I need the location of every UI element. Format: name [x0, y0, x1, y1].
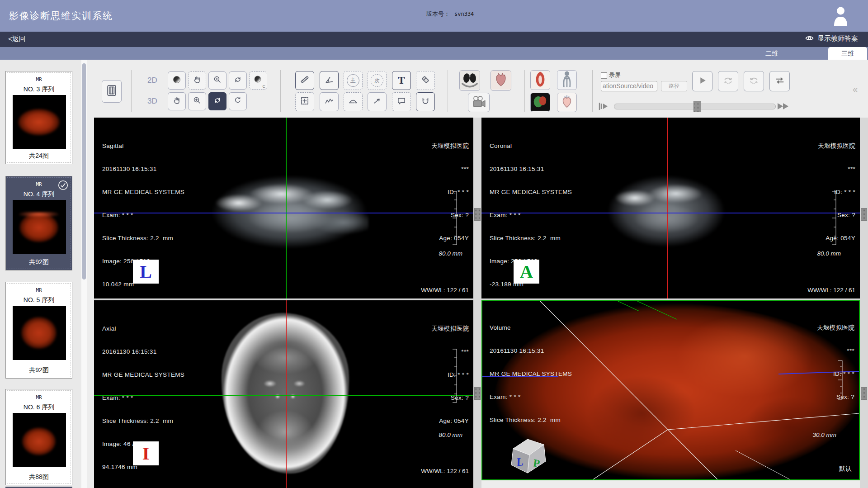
- path-button[interactable]: 路径: [661, 81, 687, 91]
- angle-tool-button[interactable]: [320, 71, 339, 90]
- arrow-icon: [372, 96, 382, 108]
- back-button[interactable]: <返回: [8, 35, 26, 43]
- tab-3d[interactable]: 三维: [828, 47, 867, 60]
- right-scroll-grip[interactable]: [861, 387, 867, 400]
- splitter-grip[interactable]: [474, 208, 481, 221]
- vertical-splitter[interactable]: [473, 118, 481, 488]
- marker-main-button[interactable]: 主: [344, 71, 363, 90]
- patient-age: Age: 054Y: [818, 234, 855, 242]
- scale-ruler: [831, 191, 836, 247]
- larynx-view-button[interactable]: [530, 70, 550, 90]
- series-card-3[interactable]: MR NO. 3 序列 共24图: [5, 71, 72, 164]
- arrow-tool-button[interactable]: [368, 92, 387, 111]
- tab-2d[interactable]: 二维: [752, 47, 791, 60]
- rotate-2d-button[interactable]: [229, 71, 247, 90]
- text-tool-button[interactable]: T: [392, 71, 411, 90]
- loop-forward-icon: [723, 76, 734, 87]
- wwwl-2d-button[interactable]: [168, 71, 186, 90]
- hospital-name: 天堰模拟医院: [431, 325, 469, 332]
- crosshair-tool-button[interactable]: [295, 92, 314, 111]
- scale-label: 80.0 mm: [817, 250, 841, 257]
- crosshair-box-icon: [300, 96, 310, 108]
- pan-3d-button[interactable]: [168, 92, 186, 110]
- video-path-input[interactable]: ationSource/video: [601, 81, 657, 91]
- splitter-grip[interactable]: [474, 387, 481, 400]
- slice-thickness: Slice Thickness: 2.2 mm: [102, 234, 184, 242]
- window-level-reset-icon: [254, 75, 263, 86]
- zoom-2d-button[interactable]: [208, 71, 226, 90]
- crosshair-vertical-green[interactable]: [286, 118, 287, 298]
- overlay-study-info: Volume 20161130 16:15:31 MR GE MEDICAL S…: [490, 308, 572, 439]
- orientation-cube[interactable]: L P: [509, 436, 548, 477]
- viewport-sagittal[interactable]: Sagittal 20161130 16:15:31 MR GE MEDICAL…: [94, 118, 473, 298]
- annotation-tool-button[interactable]: [392, 92, 411, 111]
- patient-id: ID: * * *: [431, 371, 469, 379]
- loop-forward-button[interactable]: [718, 71, 738, 91]
- play-button[interactable]: [692, 71, 712, 91]
- viewport-axial[interactable]: Axial 20161130 16:15:31 MR GE MEDICAL SY…: [94, 300, 473, 488]
- cobb-angle-button[interactable]: [416, 92, 435, 111]
- hospital-name: 天堰模拟医院: [817, 324, 854, 332]
- record-checkbox[interactable]: [601, 72, 607, 79]
- zoom-3d-button[interactable]: [188, 92, 206, 110]
- show-teacher-answer-button[interactable]: 显示教师答案: [805, 34, 858, 43]
- rotate-arrows-icon: [233, 75, 242, 86]
- sidebar-scrollbar-thumb[interactable]: [82, 63, 86, 280]
- rotate-3d-button-selected[interactable]: [208, 92, 226, 110]
- eye-icon: [805, 35, 814, 43]
- ruler-tool-button[interactable]: [295, 71, 314, 90]
- wwwl-reset-button[interactable]: C: [249, 71, 267, 90]
- eraser-icon: [420, 75, 430, 86]
- collapse-toolbar-chevron[interactable]: «: [853, 84, 858, 95]
- crosshair-vertical-red[interactable]: [667, 118, 668, 298]
- heart-3d-button[interactable]: [557, 93, 577, 112]
- eraser-button[interactable]: [416, 71, 435, 90]
- heart-view-button[interactable]: [491, 70, 511, 91]
- organ-3d-button[interactable]: [530, 93, 550, 112]
- pan-2d-button[interactable]: [188, 71, 206, 90]
- series-card-6[interactable]: MR NO. 6 序列 共88图: [5, 389, 72, 485]
- text-tool-icon: T: [398, 75, 405, 86]
- right-scroll-strip[interactable]: [860, 118, 868, 488]
- marker-secondary-button[interactable]: 次: [368, 71, 387, 90]
- overlay-patient-info: 天堰模拟医院 *** ID: * * * Sex: ? Age: 054Y: [431, 127, 469, 257]
- viewport-title: Axial: [102, 325, 184, 332]
- user-avatar-icon[interactable]: [833, 6, 849, 28]
- layout-button[interactable]: [102, 80, 122, 103]
- orientation-marker: A: [514, 260, 539, 284]
- lung-window-button[interactable]: [459, 70, 480, 91]
- profile-curve-button[interactable]: [320, 92, 339, 111]
- slider-end-icon[interactable]: [777, 101, 793, 113]
- right-scroll-grip[interactable]: [861, 208, 867, 221]
- crosshair-vertical-red[interactable]: [286, 300, 287, 488]
- preset-label[interactable]: 默认: [839, 465, 852, 473]
- viewport-title: Coronal: [490, 142, 572, 150]
- viewport-volume-3d[interactable]: Volume 20161130 16:15:31 MR GE MEDICAL S…: [481, 300, 860, 480]
- study-datetime: 20161130 16:15:31: [102, 165, 184, 173]
- patient-sex: Sex: ?: [818, 211, 855, 219]
- loop-backward-button[interactable]: [744, 71, 764, 91]
- skeleton-view-button[interactable]: [557, 70, 577, 90]
- checkmark-icon: [58, 180, 68, 192]
- device-name: MR GE MEDICAL SYSTEMS: [102, 371, 184, 379]
- overlay-patient-info: 天堰模拟医院 *** ID: * * * Sex: ?: [817, 308, 854, 416]
- orientation-marker: I: [133, 441, 159, 465]
- video-camera-icon: [471, 95, 486, 111]
- scale-ruler: [837, 360, 843, 402]
- app-title: 影像诊断思维实训系统: [9, 9, 113, 22]
- overlay-patient-info: 天堰模拟医院 *** ID: * * * Sex: ? Age: 054Y: [431, 309, 469, 440]
- orientation-marker: L: [133, 260, 159, 284]
- record-camera-button[interactable]: [468, 93, 490, 112]
- series-modality: MR: [6, 76, 72, 82]
- series-card-5[interactable]: MR NO. 5 序列 共92图: [5, 282, 72, 379]
- cine-slider-handle[interactable]: [693, 101, 701, 112]
- swap-direction-button[interactable]: [769, 71, 790, 91]
- larynx-icon: [531, 70, 550, 90]
- curve-tool-button[interactable]: [344, 92, 363, 111]
- series-card-4-selected[interactable]: MR NO. 4 序列 共92图: [5, 176, 72, 270]
- viewport-title: Volume: [490, 324, 572, 332]
- reset-view-3d-button[interactable]: [229, 92, 247, 110]
- mode-3d-label: 3D: [147, 97, 157, 106]
- slider-start-icon[interactable]: [598, 101, 611, 113]
- viewport-coronal[interactable]: Coronal 20161130 16:15:31 MR GE MEDICAL …: [481, 118, 860, 298]
